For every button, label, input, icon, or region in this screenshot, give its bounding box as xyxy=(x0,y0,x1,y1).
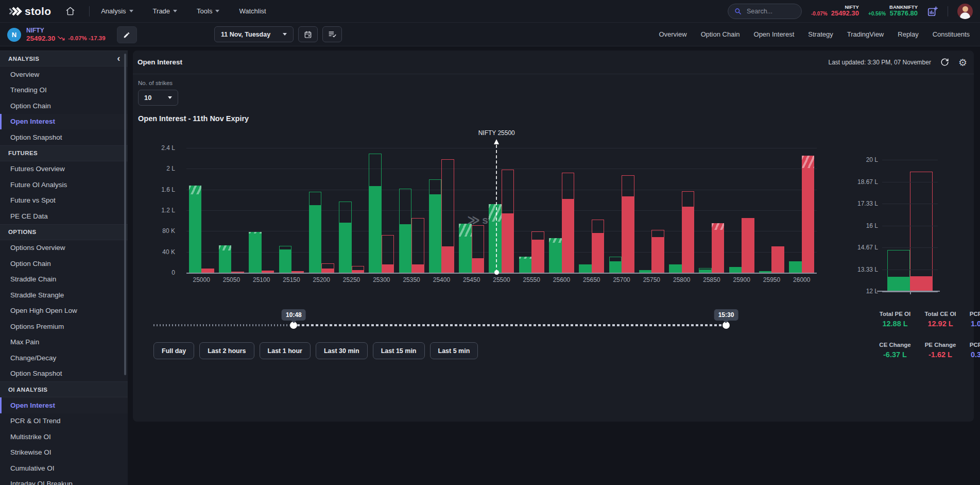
sidebar-item-intraday-oi-breakup[interactable]: Intraday OI Breakup xyxy=(0,476,128,485)
nav-link-strategy[interactable]: Strategy xyxy=(808,30,833,38)
stolo-logo[interactable]: stolo xyxy=(8,5,51,18)
menu-tools[interactable]: Tools xyxy=(197,7,219,15)
time-button-last-2-hours[interactable]: Last 2 hours xyxy=(199,342,254,359)
totals-y-tick: 16 L xyxy=(866,222,878,229)
calendar-button[interactable] xyxy=(298,26,318,42)
search-icon xyxy=(734,8,742,15)
strikes-count-select[interactable]: 10 xyxy=(138,90,178,106)
sidebar-item-straddle-strangle[interactable]: Straddle Strangle xyxy=(0,287,128,303)
ce-bar-25800 xyxy=(682,148,694,273)
oi-bar xyxy=(609,261,622,273)
sidebar-item-option-chain[interactable]: Option Chain xyxy=(0,256,128,272)
home-icon[interactable] xyxy=(62,4,78,19)
sidebar-item-cumulative-oi[interactable]: Cumulative OI xyxy=(0,460,128,476)
oi-bar xyxy=(579,264,591,273)
oi-bar xyxy=(249,232,261,273)
nav-link-option-chain[interactable]: Option Chain xyxy=(701,30,740,38)
time-range-slider[interactable]: 10:4815:30 xyxy=(153,314,726,335)
pe-bar-26000 xyxy=(789,148,801,273)
oi-bar xyxy=(519,257,531,273)
chart-add-icon[interactable] xyxy=(927,6,938,17)
time-button-full-day[interactable]: Full day xyxy=(153,342,194,359)
spot-dashed-line xyxy=(496,145,497,273)
sidebar-item-future-oi-analysis[interactable]: Future OI Analysis xyxy=(0,177,128,193)
watchlist-check-button[interactable] xyxy=(322,26,342,42)
sidebar-item-overview[interactable]: Overview xyxy=(0,66,128,82)
oi-hatch xyxy=(249,232,261,233)
sidebar-item-options-premium[interactable]: Options Premium xyxy=(0,319,128,335)
refresh-icon[interactable] xyxy=(940,58,949,66)
sidebar-item-futures-overview[interactable]: Futures Overview xyxy=(0,161,128,177)
sidebar-item-strikewise-oi[interactable]: Strikewise OI xyxy=(0,445,128,461)
sidebar-item-multistrike-oi[interactable]: Multistrike OI xyxy=(0,429,128,445)
y-axis-labels: 2.4 L2 L1.6 L1.2 L80 K40 K0 xyxy=(141,148,181,273)
chevron-down-icon xyxy=(168,96,172,99)
sidebar-item-open-interest[interactable]: Open Interest xyxy=(0,397,128,413)
sidebar-item-future-vs-spot[interactable]: Future vs Spot xyxy=(0,193,128,209)
ce-bar-25000 xyxy=(201,148,214,273)
time-button-last-15-min[interactable]: Last 15 min xyxy=(373,342,425,359)
nav-link-replay[interactable]: Replay xyxy=(898,30,918,38)
stat-label: Total PE OI xyxy=(874,311,916,317)
nav-link-constituents[interactable]: Constituents xyxy=(933,30,970,38)
nav-link-open-interest[interactable]: Open Interest xyxy=(754,30,795,38)
sidebar-item-option-chain[interactable]: Option Chain xyxy=(0,98,128,114)
search-box[interactable] xyxy=(728,4,802,19)
menu-trade[interactable]: Trade xyxy=(153,7,177,15)
slider-handle-start[interactable]: 10:48 xyxy=(290,322,297,329)
chart-title: Open Interest - 11th Nov Expiry xyxy=(138,114,249,123)
totals-y-tick: 14.67 L xyxy=(857,244,878,251)
oi-bar xyxy=(729,267,742,273)
totals-y-tick: 13.33 L xyxy=(857,266,878,273)
ticker-banknifty[interactable]: +0.56% BANKNIFTY 57876.80 xyxy=(868,5,918,18)
oi-bar xyxy=(712,223,724,273)
bar-group-25350 xyxy=(397,148,426,273)
nav-link-tradingview[interactable]: TradingView xyxy=(847,30,884,38)
x-axis-label: 25050 xyxy=(216,276,246,283)
time-button-last-1-hour[interactable]: Last 1 hour xyxy=(260,342,311,359)
x-axis-label: 25000 xyxy=(186,276,216,283)
ticker-nifty[interactable]: -0.07% NIFTY 25492.30 xyxy=(811,5,859,18)
sidebar-scrollbar[interactable] xyxy=(124,54,126,375)
sidebar-item-options-overview[interactable]: Options Overview xyxy=(0,240,128,256)
totals-bar xyxy=(887,277,910,291)
sidebar-item-max-pain[interactable]: Max Pain xyxy=(0,335,128,350)
totals-outline xyxy=(910,172,933,291)
pe-bar-25300 xyxy=(369,148,381,273)
gear-icon[interactable]: ⚙ xyxy=(958,57,967,68)
ce-bar-25750 xyxy=(651,148,664,273)
menu-analysis[interactable]: Analysis xyxy=(101,7,133,15)
time-button-last-5-min[interactable]: Last 5 min xyxy=(430,342,478,359)
avatar[interactable] xyxy=(957,4,973,19)
sidebar-item-open-high-open-low[interactable]: Open High Open Low xyxy=(0,303,128,319)
sidebar-item-option-snapshot[interactable]: Option Snapshot xyxy=(0,129,128,145)
menu-watchlist[interactable]: Watchlist xyxy=(239,7,266,15)
slider-handle-end[interactable]: 15:30 xyxy=(723,322,730,329)
sidebar: ANALYSIS‹OverviewTrending OIOption Chain… xyxy=(0,51,128,485)
stat-label: CE Change xyxy=(874,342,916,348)
totals-chart: 20 L18.67 L17.33 L16 L14.67 L13.33 L12 L xyxy=(882,160,938,291)
sidebar-item-option-snapshot[interactable]: Option Snapshot xyxy=(0,366,128,382)
time-button-last-30-min[interactable]: Last 30 min xyxy=(316,342,368,359)
sidebar-item-straddle-chain[interactable]: Straddle Chain xyxy=(0,272,128,288)
sidebar-item-trending-oi[interactable]: Trending OI xyxy=(0,82,128,98)
search-input[interactable] xyxy=(746,7,787,15)
stat-pe-change-change: PE Change-1.62 L xyxy=(919,342,962,359)
date-select[interactable]: 11 Nov, Tuesday xyxy=(214,26,294,42)
edit-instrument-button[interactable] xyxy=(117,26,137,43)
collapse-icon[interactable]: ‹ xyxy=(117,53,121,63)
oi-bar xyxy=(189,186,201,273)
sidebar-item-pcr-oi-trend[interactable]: PCR & OI Trend xyxy=(0,413,128,429)
pe-bar-25700 xyxy=(609,148,622,273)
pe-bar-25800 xyxy=(669,148,681,273)
oi-hatch xyxy=(489,204,501,222)
oi-bar xyxy=(321,269,334,273)
slider-track-inactive xyxy=(153,324,294,326)
pe-bar-25200 xyxy=(309,148,321,273)
pe-bar-25050 xyxy=(219,148,231,273)
sidebar-item-open-interest[interactable]: Open Interest xyxy=(0,114,128,130)
pe-bar-25000 xyxy=(189,148,201,273)
sidebar-item-change-decay[interactable]: Change/Decay xyxy=(0,350,128,366)
sidebar-item-pe-ce-data[interactable]: PE CE Data xyxy=(0,208,128,224)
nav-link-overview[interactable]: Overview xyxy=(659,30,686,38)
